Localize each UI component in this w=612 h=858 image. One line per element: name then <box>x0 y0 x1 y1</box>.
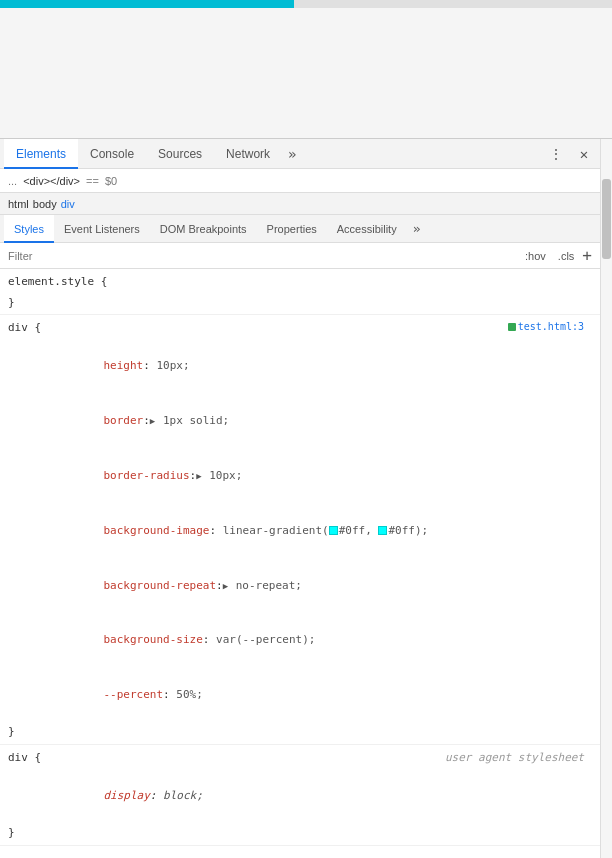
css-close-element-style: } <box>0 293 592 313</box>
breadcrumb-eq: == <box>86 175 99 187</box>
cls-button[interactable]: .cls <box>554 248 579 264</box>
breadcrumb-dots: ... <box>8 175 17 187</box>
expand-bg-repeat-arrow[interactable]: ▶ <box>223 579 228 593</box>
scrollbar-track[interactable] <box>601 139 612 858</box>
dom-path-body[interactable]: body <box>33 198 57 210</box>
sub-tab-accessibility[interactable]: Accessibility <box>327 215 407 243</box>
close-devtools-button[interactable]: ✕ <box>572 142 596 166</box>
scrollbar-thumb[interactable] <box>602 179 611 259</box>
sub-tab-more[interactable]: » <box>407 215 427 243</box>
dom-path-html[interactable]: html <box>8 198 29 210</box>
tab-console[interactable]: Console <box>78 139 146 169</box>
css-selector-element-style: element.style { <box>0 271 592 293</box>
tab-network[interactable]: Network <box>214 139 282 169</box>
css-line-height: height: 10px; <box>0 339 592 394</box>
dom-path-div[interactable]: div <box>61 198 75 210</box>
color-swatch-cyan2[interactable] <box>378 526 387 535</box>
css-block-div: test.html:3 div { height: 10px; border:▶… <box>0 315 600 745</box>
breadcrumb: ... <div></div> == $0 <box>0 169 600 193</box>
sub-tab-event-listeners[interactable]: Event Listeners <box>54 215 150 243</box>
css-selector-div: test.html:3 div { <box>0 317 592 339</box>
css-close-user-agent: } <box>0 823 592 843</box>
css-line-percent-var: --percent: 50%; <box>0 667 592 722</box>
css-line-background-image: background-image: linear-gradient(#0ff, … <box>0 503 592 558</box>
css-line-background-repeat: background-repeat:▶ no-repeat; <box>0 558 592 613</box>
filter-input[interactable] <box>8 250 521 262</box>
css-selector-user-agent: user agent stylesheet div { <box>0 747 592 769</box>
devtools-panel: Elements Console Sources Network » ⋮ <box>0 138 612 858</box>
source-file-icon <box>508 323 516 331</box>
css-line-background-size: background-size: var(--percent); <box>0 613 592 668</box>
sub-tab-styles[interactable]: Styles <box>4 215 54 243</box>
sub-tab-properties[interactable]: Properties <box>257 215 327 243</box>
sub-tab-dom-breakpoints[interactable]: DOM Breakpoints <box>150 215 257 243</box>
progress-bar-fill <box>0 0 294 8</box>
color-swatch-cyan1[interactable] <box>329 526 338 535</box>
browser-page <box>0 8 612 138</box>
tab-sources[interactable]: Sources <box>146 139 214 169</box>
devtools-scrollbar <box>600 139 612 858</box>
css-block-element-style: element.style { } <box>0 269 600 315</box>
progress-bar-container <box>0 0 612 8</box>
css-close-div: } <box>0 722 592 742</box>
devtools-main-tabs: Elements Console Sources Network » ⋮ <box>0 139 600 169</box>
expand-border-arrow[interactable]: ▶ <box>150 414 155 428</box>
more-tabs-button[interactable]: » <box>282 139 302 169</box>
css-line-display: display: block; <box>0 768 592 823</box>
expand-border-radius-arrow[interactable]: ▶ <box>196 469 201 483</box>
filter-bar: :hov .cls + <box>0 243 600 269</box>
css-block-user-agent: user agent stylesheet div { display: blo… <box>0 745 600 846</box>
dom-path: html body div <box>0 193 600 215</box>
sub-tabs: Styles Event Listeners DOM Breakpoints P… <box>0 215 600 243</box>
css-line-border-radius: border-radius:▶ 10px; <box>0 448 592 503</box>
css-line-border: border:▶ 1px solid; <box>0 394 592 449</box>
styles-content: element.style { } test.html:3 div { heig… <box>0 269 600 858</box>
breadcrumb-dollar: $0 <box>105 175 117 187</box>
add-style-button[interactable]: + <box>582 248 592 264</box>
settings-button[interactable]: ⋮ <box>544 142 568 166</box>
hov-button[interactable]: :hov <box>521 248 550 264</box>
breadcrumb-tag[interactable]: <div></div> <box>23 175 80 187</box>
tab-elements[interactable]: Elements <box>4 139 78 169</box>
